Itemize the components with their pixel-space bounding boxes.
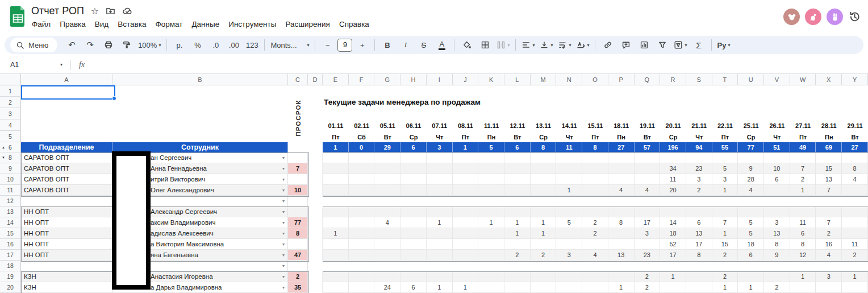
cell[interactable]: 17 — [686, 239, 712, 250]
col-header-Q[interactable]: Q — [635, 74, 661, 85]
cell-division[interactable] — [21, 196, 112, 207]
cell[interactable] — [582, 207, 608, 217]
cell[interactable] — [308, 228, 323, 239]
cell-division[interactable]: САРАТОВ ОПТ — [21, 163, 112, 174]
increase-decimals-button[interactable]: .00 — [226, 38, 242, 52]
cell[interactable] — [635, 174, 661, 185]
cell[interactable]: 1 — [427, 217, 453, 228]
cell[interactable]: 13 — [686, 228, 712, 239]
merge-cells-button[interactable]: ▾ — [495, 38, 511, 52]
cell[interactable] — [531, 108, 557, 119]
cell[interactable] — [427, 239, 453, 250]
cell[interactable]: 26.11 — [764, 119, 790, 131]
cell[interactable]: 8 — [842, 163, 868, 174]
header-division[interactable]: Подразделение — [21, 142, 112, 152]
cell[interactable] — [738, 152, 764, 163]
cell[interactable]: 3 — [712, 174, 738, 185]
cell[interactable] — [686, 196, 712, 207]
cell[interactable]: Сб — [349, 131, 375, 142]
cell[interactable] — [504, 108, 531, 119]
create-filter-button[interactable] — [654, 38, 670, 52]
cell[interactable]: 01.11 — [323, 119, 349, 131]
text-color-button[interactable]: A — [433, 38, 450, 52]
row-header-9[interactable]: 9 — [0, 163, 21, 174]
cell[interactable]: 1 — [478, 217, 504, 228]
cell[interactable] — [556, 174, 582, 185]
cell[interactable] — [374, 271, 400, 282]
cell-overdue[interactable] — [288, 152, 308, 163]
font-size-decrease-button[interactable]: − — [319, 38, 336, 52]
cell[interactable] — [790, 108, 816, 119]
cell[interactable] — [308, 239, 323, 250]
cell[interactable]: 2 — [790, 174, 816, 185]
cell[interactable]: Пн — [478, 131, 504, 142]
row-header-17[interactable]: 17 — [0, 250, 21, 261]
row-header-2[interactable]: 2 — [0, 97, 21, 108]
cell[interactable] — [478, 108, 504, 119]
cell[interactable] — [764, 196, 790, 207]
cell-overdue[interactable] — [288, 207, 308, 217]
cell[interactable]: 8 — [686, 250, 712, 261]
col-header-O[interactable]: O — [582, 74, 608, 85]
cell[interactable] — [556, 163, 582, 174]
cell-overdue[interactable]: 77 — [288, 217, 308, 228]
cell[interactable] — [427, 185, 453, 196]
decrease-decimals-button[interactable]: .0 — [207, 38, 224, 52]
percent-format-button[interactable]: % — [189, 38, 206, 52]
menu-edit[interactable]: Правка — [55, 19, 90, 30]
cell[interactable] — [635, 108, 661, 119]
cell[interactable] — [660, 108, 686, 119]
cell[interactable]: 18 — [738, 239, 764, 250]
cell[interactable] — [308, 261, 323, 271]
cell[interactable] — [712, 85, 738, 97]
cell[interactable] — [374, 108, 400, 119]
cell-overdue[interactable]: 7 — [288, 163, 308, 174]
cell[interactable] — [478, 261, 504, 271]
cell[interactable] — [608, 85, 635, 97]
cell[interactable] — [842, 196, 868, 207]
select-all-corner[interactable] — [0, 74, 21, 85]
cell[interactable] — [738, 85, 764, 97]
cell[interactable] — [400, 85, 427, 97]
cell[interactable] — [453, 185, 479, 196]
cell[interactable] — [842, 228, 868, 239]
col-header-C[interactable]: C — [288, 74, 308, 85]
total-cell[interactable]: 1 — [323, 142, 349, 152]
cell[interactable]: 21.11 — [686, 119, 712, 131]
cell[interactable]: 4 — [608, 185, 635, 196]
cell[interactable]: 1 — [323, 228, 349, 239]
cell[interactable] — [478, 85, 504, 97]
cell[interactable]: Ср — [738, 131, 764, 142]
cell[interactable] — [21, 85, 112, 97]
cell[interactable] — [349, 196, 375, 207]
cell[interactable]: 1 — [608, 282, 635, 293]
col-header-H[interactable]: H — [400, 74, 427, 85]
filter-views-button[interactable]: ▾ — [672, 38, 688, 52]
cell[interactable] — [635, 85, 661, 97]
cell[interactable]: 11.11 — [478, 119, 504, 131]
cell[interactable] — [308, 152, 323, 163]
menu-insert[interactable]: Вставка — [113, 19, 151, 30]
dropdown-icon[interactable]: ▾ — [282, 285, 285, 290]
cell[interactable] — [582, 108, 608, 119]
cell[interactable] — [504, 174, 531, 185]
col-header-P[interactable]: P — [608, 74, 635, 85]
cell[interactable]: 2 — [531, 250, 557, 261]
cell[interactable]: Пн — [816, 131, 842, 142]
cell[interactable] — [374, 163, 400, 174]
menu-data[interactable]: Данные — [187, 19, 224, 30]
cell[interactable] — [478, 282, 504, 293]
cell[interactable] — [764, 261, 790, 271]
cell[interactable] — [531, 97, 557, 108]
cell[interactable] — [308, 196, 323, 207]
cell[interactable] — [374, 185, 400, 196]
cell[interactable] — [453, 239, 479, 250]
col-header-B[interactable]: B — [112, 74, 288, 85]
cell[interactable] — [349, 174, 375, 185]
dropdown-icon[interactable]: ▾ — [282, 274, 285, 279]
move-folder-icon[interactable] — [106, 6, 115, 16]
cell[interactable] — [453, 108, 479, 119]
cell[interactable] — [427, 261, 453, 271]
cell-division[interactable]: НН ОПТ — [21, 228, 112, 239]
cell[interactable]: Чт — [686, 131, 712, 142]
